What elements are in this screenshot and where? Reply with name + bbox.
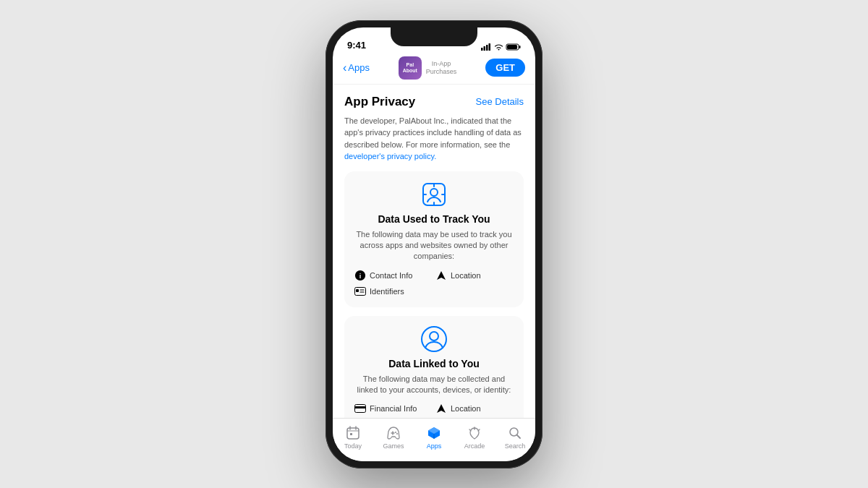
privacy-policy-link[interactable]: developer's privacy policy. (344, 152, 436, 160)
linked-you-card: Data Linked to You The following data ma… (344, 316, 524, 418)
svg-point-21 (422, 327, 446, 351)
phone-notch (391, 27, 477, 46)
linked-item-location-label: Location (451, 404, 481, 413)
svg-rect-2 (486, 45, 488, 51)
subtitle-line1: In-App (432, 60, 451, 67)
track-card-title: Data Used to Track You (354, 213, 514, 225)
track-icon-area (354, 181, 514, 207)
credit-card-icon (354, 403, 366, 414)
nav-subtitle: In-App Purchases (426, 60, 457, 76)
svg-marker-24 (437, 404, 446, 413)
linked-icon (421, 326, 447, 352)
svg-rect-23 (355, 406, 366, 408)
svg-rect-17 (356, 289, 359, 292)
back-button[interactable]: ‹ Apps (343, 62, 370, 74)
track-item-identifiers: Identifiers (354, 286, 433, 297)
svg-point-46 (510, 428, 518, 436)
svg-rect-0 (481, 48, 483, 51)
tab-apps-label: Apps (427, 442, 442, 450)
battery-icon (506, 43, 521, 51)
section-header: App Privacy See Details (344, 95, 524, 109)
tab-search-label: Search (505, 442, 526, 450)
linked-icon-area (354, 326, 514, 352)
track-item-location-label: Location (451, 271, 481, 280)
signal-icon (481, 43, 491, 51)
intro-text-content: The developer, PalAbout Inc., indicated … (344, 116, 522, 149)
arcade-icon (467, 425, 482, 441)
id-card-icon (354, 286, 366, 297)
svg-marker-15 (437, 271, 446, 280)
see-details-link[interactable]: See Details (476, 96, 524, 107)
phone-screen: 9:41 (333, 27, 535, 461)
track-item-contact-label: Contact Info (370, 271, 412, 280)
svg-rect-35 (347, 428, 359, 439)
svg-rect-3 (489, 43, 491, 51)
tab-search[interactable]: Search (495, 425, 535, 450)
svg-point-41 (396, 433, 398, 435)
track-item-identifiers-label: Identifiers (370, 287, 404, 296)
track-card-desc: The following data may be used to track … (354, 229, 514, 262)
linked-card-desc: The following data may be collected and … (354, 374, 514, 396)
tab-arcade-label: Arcade (464, 442, 485, 450)
tab-arcade[interactable]: Arcade (454, 425, 495, 450)
tab-games[interactable]: Games (373, 425, 414, 450)
linked-card-title: Data Linked to You (354, 358, 514, 369)
location-arrow-icon2 (435, 403, 447, 414)
content-area: App Privacy See Details The developer, P… (333, 85, 535, 418)
tab-apps[interactable]: Apps (414, 425, 454, 450)
svg-rect-6 (507, 45, 517, 49)
svg-point-40 (395, 432, 396, 433)
svg-text:i: i (359, 273, 362, 280)
info-circle-icon: i (354, 270, 366, 281)
back-label[interactable]: Apps (348, 62, 370, 73)
tab-games-label: Games (383, 442, 404, 450)
svg-point-20 (430, 332, 438, 341)
linked-data-items: Financial Info Location i Contact Info (354, 403, 514, 417)
search-icon (507, 425, 523, 441)
app-icon: PalAbout (399, 56, 422, 80)
track-you-card: Data Used to Track You The following dat… (344, 171, 524, 307)
svg-rect-39 (350, 433, 352, 435)
svg-line-47 (517, 435, 520, 438)
status-time: 9:41 (347, 40, 366, 51)
linked-item-financial-label: Financial Info (370, 404, 417, 413)
get-button[interactable]: GET (485, 59, 525, 77)
subtitle-line2: Purchases (426, 68, 457, 75)
track-item-location: Location (435, 270, 514, 281)
track-icon (421, 181, 447, 207)
back-chevron-icon: ‹ (343, 62, 346, 74)
phone-device: 9:41 (326, 20, 542, 468)
games-icon (386, 425, 401, 441)
app-icon-text: PalAbout (403, 62, 417, 73)
section-title: App Privacy (344, 95, 415, 109)
tab-today[interactable]: Today (333, 425, 373, 450)
wifi-icon (494, 43, 503, 51)
linked-item-financial: Financial Info (354, 403, 433, 414)
nav-bar: ‹ Apps PalAbout In-App Purchases GET (333, 53, 535, 85)
today-icon (345, 425, 361, 441)
location-arrow-icon (435, 270, 447, 281)
track-item-contact: i Contact Info (354, 270, 433, 281)
track-data-items: i Contact Info Location I (354, 270, 514, 297)
intro-text: The developer, PalAbout Inc., indicated … (344, 115, 524, 163)
linked-item-location: Location (435, 403, 514, 414)
svg-point-8 (430, 189, 438, 196)
status-icons (481, 43, 521, 51)
nav-center: PalAbout In-App Purchases (370, 56, 485, 80)
svg-rect-5 (519, 46, 521, 48)
tab-today-label: Today (344, 442, 362, 450)
apps-icon (426, 425, 442, 441)
tab-bar: Today Games (333, 418, 535, 461)
svg-rect-1 (484, 46, 486, 51)
